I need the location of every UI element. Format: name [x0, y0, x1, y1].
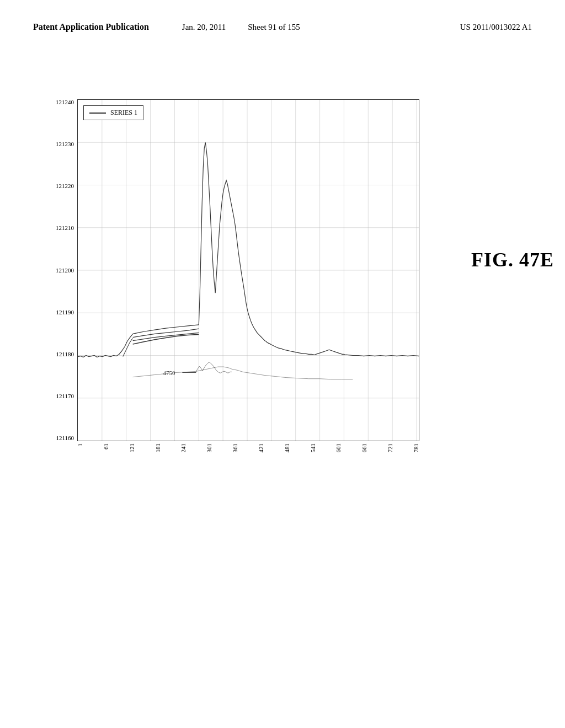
- publication-date: Jan. 20, 2011: [182, 23, 226, 32]
- x-label-8: 481: [284, 443, 290, 453]
- x-label-11: 661: [361, 443, 367, 453]
- x-label-13: 781: [413, 443, 419, 453]
- legend-label: SERIES 1: [110, 109, 137, 117]
- x-label-4: 241: [180, 443, 186, 453]
- x-label-5: 301: [206, 443, 212, 453]
- y-axis: 121160 121170 121180 121190 121200 12121…: [33, 99, 77, 441]
- x-label-6: 361: [232, 443, 238, 453]
- chart-svg: 4750: [78, 100, 419, 441]
- y-label-3: 121190: [33, 309, 77, 315]
- x-label-9: 541: [310, 443, 316, 453]
- chart-legend: SERIES 1: [83, 105, 143, 120]
- x-label-3: 181: [155, 443, 161, 453]
- x-label-7: 421: [258, 443, 264, 453]
- patent-number: US 2011/0013022 A1: [460, 23, 532, 32]
- y-label-6: 121220: [33, 183, 77, 189]
- x-label-12: 721: [387, 443, 393, 453]
- sheet-number: Sheet 91 of 155: [248, 23, 300, 32]
- svg-text:4750: 4750: [163, 369, 175, 376]
- y-label-5: 121210: [33, 225, 77, 231]
- chart-container: 121160 121170 121180 121190 121200 12121…: [33, 99, 463, 474]
- figure-label: FIG. 47E: [471, 248, 554, 271]
- page-header: Patent Application Publication Jan. 20, …: [0, 22, 565, 32]
- y-label-1: 121170: [33, 393, 77, 399]
- chart-area: SERIES 1: [77, 99, 419, 441]
- x-label-10: 601: [335, 443, 342, 453]
- x-label-1: 61: [103, 443, 109, 449]
- y-label-8: 121240: [33, 99, 77, 105]
- y-label-4: 121200: [33, 267, 77, 274]
- legend-line-icon: [89, 113, 106, 114]
- y-label-7: 121230: [33, 141, 77, 147]
- x-label-0: 1: [77, 443, 83, 447]
- publication-title: Patent Application Publication: [33, 22, 149, 32]
- x-label-2: 121: [129, 443, 135, 453]
- y-label-2: 121180: [33, 351, 77, 357]
- y-label-0: 121160: [33, 435, 77, 441]
- x-axis: 1 61 121 181 241 301 361 421 481 541 601…: [77, 441, 419, 474]
